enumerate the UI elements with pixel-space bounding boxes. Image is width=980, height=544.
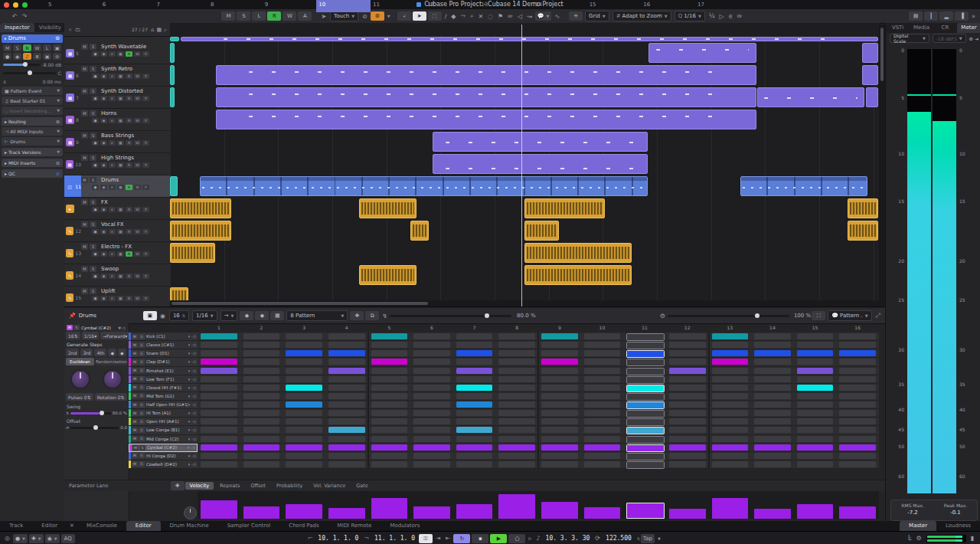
track-button-▦[interactable]: ▦ xyxy=(117,74,124,79)
step-cell[interactable] xyxy=(328,461,365,467)
record-mode-select[interactable]: ●▼ xyxy=(13,534,28,543)
lane-preview-icon[interactable]: ◁) xyxy=(191,454,196,458)
time-format-icon[interactable]: ♪ xyxy=(536,535,540,542)
track-button-e[interactable]: e xyxy=(109,96,116,101)
meter-scale-select[interactable]: Digital Scale▼ xyxy=(890,34,929,43)
arrange-event[interactable] xyxy=(200,176,648,196)
lane-preview-icon[interactable]: ◁) xyxy=(191,462,196,467)
step-cell[interactable] xyxy=(328,401,365,408)
tab-vel-variance[interactable]: Vel. Variance xyxy=(309,482,350,490)
track-button-R[interactable]: R xyxy=(126,140,132,146)
step-cell[interactable] xyxy=(243,350,280,356)
step-cell[interactable] xyxy=(584,444,621,451)
track-button-◉[interactable]: ◉ xyxy=(100,140,107,146)
track-button-▦[interactable]: ▦ xyxy=(117,185,124,190)
inspector-chip-W[interactable]: W xyxy=(33,44,41,51)
step-cell[interactable] xyxy=(201,418,237,424)
arrange-event[interactable] xyxy=(170,65,175,85)
track-button-R[interactable]: R xyxy=(126,229,132,234)
arrange-event[interactable] xyxy=(862,43,877,63)
track-row-swoop[interactable]: ∿14MSSwoop●◉e▦RW≡ xyxy=(64,264,170,287)
step-cell[interactable] xyxy=(498,444,535,451)
lane-preview-icon[interactable]: ◁) xyxy=(191,437,196,441)
lane-solo-button[interactable]: S xyxy=(139,351,145,356)
routing-section-header[interactable]: ▸ Routing⊜ xyxy=(2,117,63,126)
track-button-▦[interactable]: ▦ xyxy=(117,274,124,279)
step-cell[interactable] xyxy=(839,385,876,391)
step-cell[interactable] xyxy=(328,333,365,339)
bottom-tab-drum-machine[interactable]: Drum Machine xyxy=(161,521,218,531)
step-cell[interactable] xyxy=(754,333,791,339)
step-cell[interactable] xyxy=(286,453,322,459)
pulses-knob[interactable] xyxy=(70,369,90,389)
right-locator-value[interactable]: 11. 1. 1. 0 xyxy=(374,535,415,542)
step-cell[interactable] xyxy=(286,342,322,348)
lane-mute-button[interactable]: M xyxy=(132,351,138,356)
step-cell[interactable] xyxy=(286,393,322,399)
step-cell[interactable] xyxy=(754,427,791,433)
track-button-●[interactable]: ● xyxy=(92,96,99,101)
step-cell[interactable] xyxy=(456,385,493,391)
step-cell[interactable] xyxy=(456,393,493,399)
track-row-synth-distorted[interactable]: ▦7MSSynth Distorted●◉e▦RW≡ xyxy=(64,87,170,109)
step-cell[interactable] xyxy=(584,385,621,391)
inspector-chip-♪[interactable]: ♪ xyxy=(23,53,31,60)
expand-icon[interactable]: ⛶ xyxy=(812,311,825,320)
shift-left-button[interactable]: ◆ xyxy=(240,311,253,320)
track-mute-button[interactable]: M xyxy=(81,88,88,94)
step-cell[interactable] xyxy=(669,350,706,356)
step-cell[interactable] xyxy=(669,359,706,365)
lane-mute-button[interactable]: M xyxy=(67,325,73,330)
step-cell[interactable] xyxy=(498,418,535,424)
inspector-chip-L[interactable]: L xyxy=(43,44,51,51)
step-cell[interactable] xyxy=(797,444,834,451)
lane-mute-button[interactable]: M xyxy=(132,342,138,348)
step-cell[interactable] xyxy=(626,368,665,375)
step-cell[interactable] xyxy=(371,385,408,391)
track-solo-button[interactable]: S xyxy=(90,110,96,116)
track-button-e[interactable]: e xyxy=(109,185,116,190)
arrange-event[interactable] xyxy=(524,221,559,241)
step-cell[interactable] xyxy=(797,333,834,339)
step-cell[interactable] xyxy=(498,427,535,433)
inspector-chip-▣[interactable]: ▣ xyxy=(53,44,61,51)
track-button-◉[interactable]: ◉ xyxy=(100,162,107,168)
lane-preview-icon[interactable]: ◁) xyxy=(191,402,196,407)
step-cell[interactable] xyxy=(456,444,493,451)
tempo-track-icon[interactable]: ⟳ xyxy=(595,535,600,542)
meter-ref-select[interactable]: -18 dBFS▼ xyxy=(933,34,966,43)
lane-solo-button[interactable]: S xyxy=(139,461,145,467)
lane-options-icon[interactable]: ▾ xyxy=(188,428,191,432)
step-cell[interactable] xyxy=(371,368,408,374)
track-mute-button[interactable]: M xyxy=(81,66,88,72)
track-button-●[interactable]: ● xyxy=(92,140,99,146)
arrange-event[interactable] xyxy=(170,198,231,218)
lane-mute-button[interactable]: M xyxy=(132,461,138,467)
step-cell[interactable] xyxy=(839,376,876,382)
lane-mute-button[interactable]: M xyxy=(132,411,138,416)
step-cell[interactable] xyxy=(541,427,578,433)
meter-mode-icon[interactable]: ⇥ xyxy=(975,36,978,41)
track-delay[interactable]: ⧖ 0.00 ms xyxy=(3,78,61,85)
step-cell[interactable] xyxy=(413,436,450,442)
velocity-bar[interactable] xyxy=(498,494,535,519)
step-cell[interactable] xyxy=(371,461,408,467)
step-cell[interactable] xyxy=(669,444,706,451)
step-cell[interactable] xyxy=(286,418,322,424)
lane-mute-button[interactable]: M xyxy=(132,419,138,424)
drum-lane-half-open-hh-g-1-[interactable]: MSHalf Open HH (G#1)▾◁) xyxy=(129,401,198,409)
step-cell[interactable] xyxy=(797,368,834,374)
step-cell[interactable] xyxy=(201,436,237,442)
track-button-▦[interactable]: ▦ xyxy=(117,118,124,123)
track-button-◉[interactable]: ◉ xyxy=(100,274,107,279)
step-cell[interactable] xyxy=(498,342,535,348)
lane-resolution-select[interactable]: 1/16 ▾ xyxy=(82,332,100,339)
step-cell[interactable] xyxy=(413,342,450,348)
step-cell[interactable] xyxy=(413,410,450,416)
step-cell[interactable] xyxy=(243,342,280,348)
duplicate-pattern-button[interactable]: ⧉ xyxy=(365,311,379,320)
tab-meter[interactable]: Meter xyxy=(957,23,980,33)
step-cell[interactable] xyxy=(328,359,365,365)
track-solo-button[interactable]: S xyxy=(90,199,96,205)
track-button-e[interactable]: e xyxy=(109,162,116,168)
